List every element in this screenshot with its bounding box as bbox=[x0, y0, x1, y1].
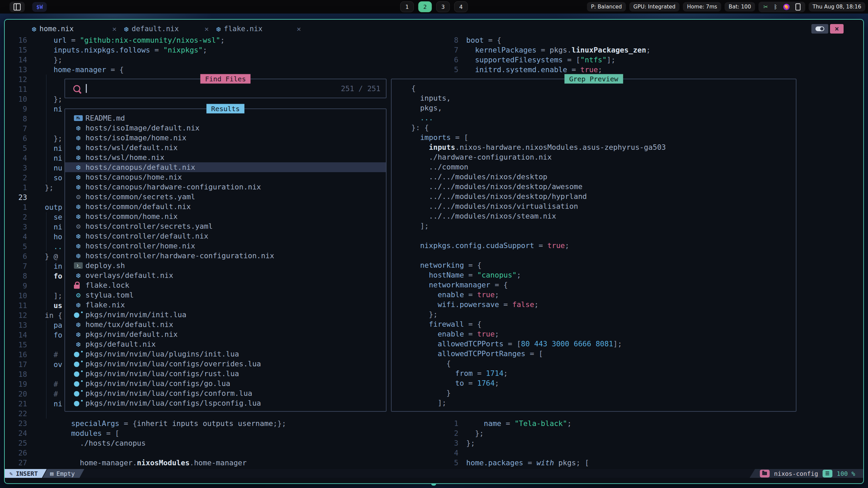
result-item[interactable]: README.md bbox=[65, 113, 386, 123]
result-label: hosts/canopus/hardware-configuration.nix bbox=[85, 183, 261, 191]
browser-flame-icon[interactable] bbox=[783, 4, 790, 10]
result-item[interactable]: hosts/canopus/home.nix bbox=[65, 172, 386, 182]
gpu-module[interactable]: GPU: Integrated bbox=[629, 2, 679, 12]
code-line[interactable]: 1 name = "Tela-black"; bbox=[440, 419, 589, 428]
power-profile-module[interactable]: P: Balanced bbox=[587, 2, 626, 12]
code-line[interactable]: 5home.packages = with pkgs; [ bbox=[440, 458, 589, 468]
result-item[interactable]: hosts/controller/secrets.yaml bbox=[65, 221, 386, 231]
code-line[interactable]: 14 }; bbox=[5, 55, 286, 65]
result-item[interactable]: hosts/common/secrets.yaml bbox=[65, 192, 386, 202]
code-line[interactable]: 4 bbox=[440, 448, 589, 458]
result-item[interactable]: flake.nix bbox=[65, 300, 386, 310]
tab-close-icon[interactable]: × bbox=[110, 25, 119, 33]
window-tag-button[interactable]: $W bbox=[32, 2, 47, 12]
result-label: pkgs/nvim/nvim/lua/configs/rust.lua bbox=[85, 369, 239, 378]
result-item[interactable]: pkgs/nvim/nvim/lua/configs/lspconfig.lua bbox=[65, 398, 386, 408]
result-item[interactable]: hosts/wsl/home.nix bbox=[65, 152, 386, 162]
result-item[interactable]: flake.lock bbox=[65, 280, 386, 290]
code-text: ../../modules/nixos/desktop bbox=[394, 172, 547, 182]
workspace-button-2[interactable]: 2 bbox=[418, 1, 432, 12]
result-item[interactable]: deploy.sh bbox=[65, 261, 386, 270]
result-item[interactable]: stylua.toml bbox=[65, 290, 386, 300]
result-item[interactable]: pkgs/nvim/nvim/lua/configs/go.lua bbox=[65, 379, 386, 388]
editor-pane-right-bottom[interactable]: 1 name = "Tela-black";2 };3};45home.pack… bbox=[440, 419, 589, 468]
code-text: ./hosts/canopus bbox=[27, 438, 146, 448]
result-item[interactable]: overlays/default.nix bbox=[65, 270, 386, 280]
results-list[interactable]: README.mdhosts/isoImage/default.nixhosts… bbox=[65, 109, 386, 411]
home-latency-module[interactable]: Home: 7ms bbox=[683, 2, 721, 12]
code-line[interactable]: 23 specialArgs = {inherit inputs outputs… bbox=[5, 419, 286, 428]
line-number: 10 bbox=[5, 291, 27, 301]
close-button[interactable]: × bbox=[830, 24, 844, 34]
code-text: ./hardware-configuration.nix bbox=[394, 152, 552, 162]
code-line[interactable]: 2 }; bbox=[440, 428, 589, 438]
code-line[interactable]: 5 initrd.systemd.enable = true; bbox=[440, 65, 651, 75]
code-line[interactable]: 16 url = "github:nix-community/nixos-wsl… bbox=[5, 35, 286, 45]
result-item[interactable]: pkgs/default.nix bbox=[65, 339, 386, 349]
close-icon: × bbox=[835, 25, 839, 33]
code-line[interactable]: 7 kernelPackages = pkgs.linuxPackages_ze… bbox=[440, 45, 651, 55]
tab-label: default.nix bbox=[132, 25, 179, 33]
result-item[interactable]: pkgs/nvim/nvim/lua/configs/overrides.lua bbox=[65, 359, 386, 369]
result-item[interactable]: hosts/controller/hardware-configuration.… bbox=[65, 251, 386, 261]
toggle-button[interactable] bbox=[811, 24, 828, 34]
code-line[interactable]: 15 inputs.nixpkgs.follows = "nixpkgs"; bbox=[5, 45, 286, 55]
result-item[interactable]: hosts/controller/default.nix bbox=[65, 231, 386, 241]
code-line: inputs, bbox=[394, 93, 796, 103]
result-item[interactable]: hosts/controller/home.nix bbox=[65, 241, 386, 251]
app-launcher-button[interactable] bbox=[9, 2, 25, 12]
tab-home.nix[interactable]: ❆home.nix× bbox=[32, 23, 119, 35]
result-item[interactable]: pkgs/nvim/nvim/lua/configs/conform.lua bbox=[65, 388, 386, 398]
screenshot-tool-icon[interactable]: ✂ bbox=[763, 4, 768, 10]
code-line[interactable]: 26 bbox=[5, 448, 286, 458]
line-number: 6 bbox=[5, 134, 27, 143]
line-number: 25 bbox=[5, 438, 27, 448]
result-label: hosts/canopus/home.nix bbox=[85, 173, 182, 181]
code-line[interactable]: 13 home-manager = { bbox=[5, 65, 286, 75]
result-item[interactable]: hosts/isoImage/default.nix bbox=[65, 123, 386, 133]
code-line[interactable]: 27 home-manager.nixosModules.home-manage… bbox=[5, 458, 286, 468]
code-line[interactable]: 24 modules = [ bbox=[5, 428, 286, 438]
code-text: home-manager.nixosModules.home-manager bbox=[27, 458, 246, 468]
battery-module[interactable]: Bat: 100 bbox=[725, 2, 755, 12]
workspace-button-4[interactable]: 4 bbox=[454, 1, 468, 12]
clock[interactable]: Thu Aug 08, 18:16 bbox=[809, 2, 865, 12]
result-item[interactable]: hosts/canopus/hardware-configuration.nix bbox=[65, 182, 386, 192]
result-label: hosts/isoImage/home.nix bbox=[85, 134, 186, 142]
bluetooth-icon[interactable]: ᛒ bbox=[774, 4, 777, 10]
code-text: wifi.powersave = false; bbox=[394, 300, 538, 309]
result-item[interactable]: pkgs/nvim/nvim/init.lua bbox=[65, 310, 386, 320]
line-number: 17 bbox=[5, 360, 27, 369]
tab-default.nix[interactable]: ❆default.nix× bbox=[124, 23, 211, 35]
result-item[interactable]: hosts/wsl/default.nix bbox=[65, 143, 386, 152]
phone-icon[interactable] bbox=[795, 3, 801, 11]
tab-flake.nix[interactable]: ❆flake.nix× bbox=[216, 23, 303, 35]
code-text: networking = { bbox=[394, 260, 481, 270]
workspace-button-1[interactable]: 1 bbox=[400, 1, 414, 12]
code-line: ../../modules/nixos/steam.nix bbox=[394, 211, 796, 221]
editor-pane-right-top[interactable]: 8boot = {7 kernelPackages = pkgs.linuxPa… bbox=[440, 35, 651, 75]
tab-close-icon[interactable]: × bbox=[295, 25, 303, 33]
result-item[interactable]: pkgs/nvim/default.nix bbox=[65, 329, 386, 339]
code-line[interactable]: 25 ./hosts/canopus bbox=[5, 438, 286, 448]
code-line[interactable]: 6 supportedFilesystems = ["ntfs"]; bbox=[440, 55, 651, 65]
line-number: 24 bbox=[5, 428, 27, 438]
result-item[interactable]: hosts/common/home.nix bbox=[65, 211, 386, 221]
code-line[interactable]: 8boot = { bbox=[440, 35, 651, 45]
result-item[interactable]: home/tux/default.nix bbox=[65, 320, 386, 329]
result-item[interactable]: hosts/canopus/default.nix bbox=[65, 162, 386, 172]
nix-icon: ❆ bbox=[124, 25, 129, 33]
result-item[interactable]: pkgs/nvim/nvim/lua/configs/rust.lua bbox=[65, 369, 386, 379]
code-text bbox=[27, 281, 45, 291]
nix-file-icon bbox=[74, 134, 83, 142]
code-line[interactable]: 3}; bbox=[440, 438, 589, 448]
tab-close-icon[interactable]: × bbox=[202, 25, 211, 33]
result-item[interactable]: hosts/isoImage/home.nix bbox=[65, 133, 386, 143]
folder-icon bbox=[762, 472, 767, 475]
lua-file-icon bbox=[74, 370, 83, 378]
workspace-button-3[interactable]: 3 bbox=[436, 1, 450, 12]
result-item[interactable]: pkgs/nvim/nvim/lua/plugins/init.lua bbox=[65, 349, 386, 359]
result-item[interactable]: hosts/common/default.nix bbox=[65, 202, 386, 211]
code-text: ../../modules/nixos/desktop/hyprland bbox=[394, 191, 587, 201]
terminal-window: ❆home.nix×❆default.nix×❆flake.nix× × 16 … bbox=[4, 19, 864, 484]
